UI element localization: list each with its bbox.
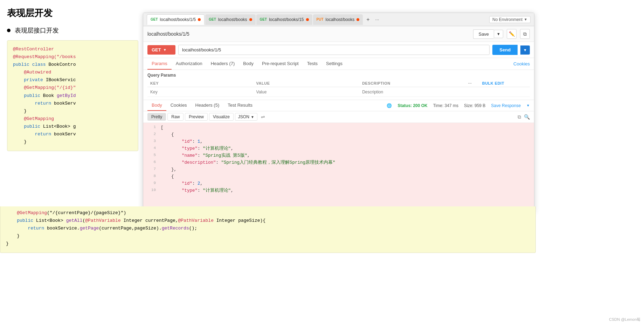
json-line-7: 7 },	[143, 166, 534, 173]
request-title: localhost/books/1/5	[147, 31, 189, 37]
format-pretty-button[interactable]: Pretty	[147, 113, 166, 121]
tab-get-books-1[interactable]: GET localhost/books/1/5	[147, 14, 205, 25]
format-preview-button[interactable]: Preview	[185, 113, 208, 121]
url-input[interactable]	[178, 45, 490, 55]
filter-icon[interactable]: ⇌	[259, 113, 267, 121]
response-toolbar: Pretty Raw Preview Visualize JSON ▼ ⇌ ⧉ …	[143, 111, 534, 123]
response-tab-cookies[interactable]: Cookies	[166, 100, 191, 111]
value-input[interactable]	[256, 90, 357, 94]
col-value: VALUE	[254, 80, 360, 87]
col-key: KEY	[147, 80, 254, 87]
key-input[interactable]	[150, 90, 251, 94]
tab-authorization[interactable]: Authorization	[172, 58, 207, 70]
query-params-label: Query Params	[147, 73, 530, 78]
tab-dot-3	[306, 18, 309, 21]
col-description: DESCRIPTION	[359, 80, 465, 87]
more-tabs-button[interactable]: ···	[374, 17, 381, 22]
edit-icon-button[interactable]: ✏️	[507, 29, 517, 39]
response-size: Size: 959 B	[464, 103, 485, 108]
params-table: KEY VALUE DESCRIPTION ··· Bulk Edit	[147, 80, 530, 97]
json-line-3: 3 "id": 1,	[143, 138, 534, 145]
col-actions: ···	[465, 80, 479, 87]
tab-params[interactable]: Params	[147, 58, 172, 70]
method-selector[interactable]: GET ▼	[147, 45, 175, 55]
send-dropdown-button[interactable]: ▼	[520, 45, 530, 55]
bottom-code-section: @GetMapping("/{currentPage}/{pageSize}")…	[0, 206, 536, 253]
tab-dot-1	[198, 18, 201, 21]
format-visualize-button[interactable]: Visualize	[209, 113, 234, 121]
send-button[interactable]: Send	[492, 45, 518, 55]
postman-panel: GET localhost/books/1/5 GET localhost/bo…	[143, 13, 534, 212]
code-block-top: @RestController @RequestMapping("/books …	[7, 40, 138, 151]
tab-put-books[interactable]: PUT localhost/books	[313, 14, 363, 25]
response-time: Time: 347 ms	[433, 103, 458, 108]
page-title: 表现层开发	[7, 7, 138, 19]
response-area: Body Cookies Headers (5) Test Results 🌐 …	[143, 100, 534, 212]
json-line-5: 5 "name": "Spring实战 第5版",	[143, 152, 534, 159]
copy-response-icon[interactable]: ⧉	[518, 114, 521, 120]
tab-url-1: localhost/books/1/5	[160, 17, 196, 22]
tab-get-books-2[interactable]: GET localhost/books	[205, 14, 255, 25]
col-bulk-edit[interactable]: Bulk Edit	[479, 80, 530, 87]
tab-pre-request[interactable]: Pre-request Script	[258, 58, 303, 70]
format-chevron-icon: ▼	[251, 115, 254, 119]
json-line-1: 1 [	[143, 124, 534, 131]
left-code-section: 表现层开发 表现层接口开发 @RestController @RequestMa…	[0, 0, 145, 325]
tab-url-2: localhost/books	[218, 17, 247, 22]
tab-dot-2	[249, 18, 252, 21]
env-chevron-icon: ▼	[524, 17, 527, 21]
bullet-dot	[7, 29, 11, 32]
request-nav-tabs: Params Authorization Headers (7) Body Pr…	[143, 58, 534, 70]
query-params-section: Query Params KEY VALUE DESCRIPTION ··· B…	[143, 70, 534, 100]
tab-url-4: localhost/books	[326, 17, 355, 22]
json-line-2: 2 {	[143, 131, 534, 138]
params-empty-row	[147, 87, 530, 97]
save-button-group: Save ▼	[473, 29, 503, 39]
csdn-watermark: CSDN @Lemon莓	[609, 317, 640, 322]
tab-method-4: PUT	[317, 17, 324, 21]
status-ok-badge: Status: 200 OK	[397, 103, 427, 108]
json-format-selector[interactable]: JSON ▼	[235, 113, 257, 121]
copy-icon-button[interactable]: ⧉	[520, 29, 530, 39]
format-label: JSON	[238, 114, 249, 119]
bullet-item: 表现层接口开发	[7, 26, 138, 35]
tab-method-1: GET	[151, 17, 158, 21]
response-nav: Body Cookies Headers (5) Test Results 🌐 …	[143, 100, 534, 111]
response-tab-test-results[interactable]: Test Results	[223, 100, 257, 111]
save-button[interactable]: Save	[473, 29, 494, 39]
request-header: localhost/books/1/5 Save ▼ ✏️ ⧉	[143, 26, 534, 42]
json-response-body: 1 [ 2 { 3 "id": 1, 4 "type": "计算机理论", 5 …	[143, 123, 534, 212]
method-chevron-icon: ▼	[163, 48, 167, 52]
tab-method-3: GET	[260, 17, 267, 21]
cookies-link[interactable]: Cookies	[513, 61, 530, 66]
format-raw-button[interactable]: Raw	[167, 113, 183, 121]
toolbar-actions-right: ⧉ 🔍	[518, 114, 530, 120]
response-tab-body[interactable]: Body	[147, 100, 166, 111]
json-line-9: 9 "id": 2,	[143, 180, 534, 187]
environment-label: No Environment	[492, 17, 522, 22]
tab-url-3: localhost/books/15	[269, 17, 304, 22]
bullet-label: 表现层接口开发	[15, 26, 59, 35]
json-line-10: 10 "type": "计算机理论",	[143, 187, 534, 194]
json-line-8: 8 {	[143, 173, 534, 180]
search-response-icon[interactable]: 🔍	[524, 114, 530, 120]
save-response-chevron[interactable]: ▼	[526, 104, 530, 107]
tab-headers[interactable]: Headers (7)	[207, 58, 239, 70]
tab-settings[interactable]: Settings	[322, 58, 347, 70]
method-label: GET	[152, 47, 161, 52]
tab-dot-4	[356, 18, 359, 21]
tab-body[interactable]: Body	[239, 58, 258, 70]
description-input[interactable]	[362, 90, 463, 94]
tab-method-2: GET	[209, 17, 216, 21]
json-line-6: 6 "description": "Spring入门经典教程，深入理解Sprin…	[143, 159, 534, 166]
tab-tests[interactable]: Tests	[303, 58, 322, 70]
save-dropdown-button[interactable]: ▼	[494, 30, 503, 38]
environment-selector[interactable]: No Environment ▼	[489, 16, 531, 23]
response-tab-headers[interactable]: Headers (5)	[191, 100, 224, 111]
save-response-button[interactable]: Save Response	[491, 103, 521, 108]
url-bar: GET ▼ Send ▼	[143, 42, 534, 58]
tab-get-books-3[interactable]: GET localhost/books/15	[256, 14, 312, 25]
add-tab-button[interactable]: +	[365, 16, 371, 23]
json-line-4: 4 "type": "计算机理论",	[143, 145, 534, 152]
response-status-bar: 🌐 Status: 200 OK Time: 347 ms Size: 959 …	[387, 103, 530, 108]
